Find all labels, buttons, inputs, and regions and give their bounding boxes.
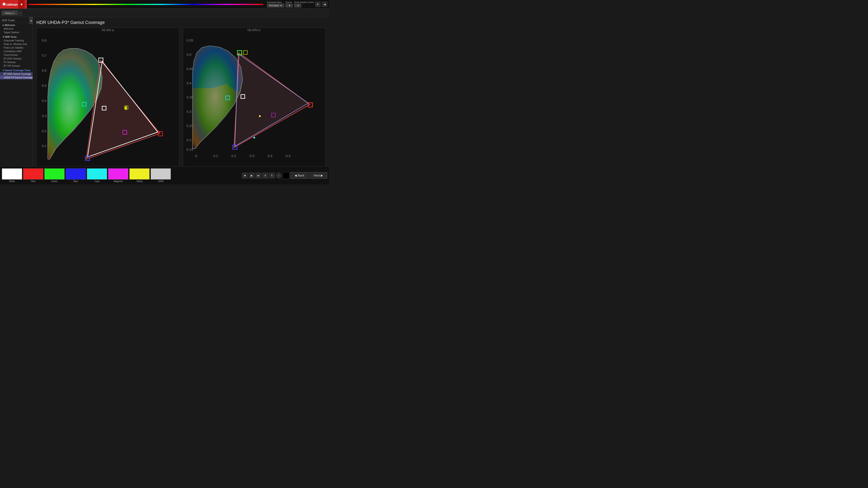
sidebar-item-target-options[interactable]: Target Options	[0, 31, 33, 34]
swatch-green[interactable]: Green	[44, 168, 65, 183]
swatch-label-yellow: Yellow	[136, 180, 143, 183]
collapse-icon[interactable]: ◀	[322, 2, 327, 7]
swatch-magenta[interactable]: Magenta	[108, 168, 128, 183]
back-arrow-icon: ◀	[294, 174, 297, 177]
back-button[interactable]: ◀ Back	[290, 172, 309, 179]
swatch-white[interactable]: White	[2, 168, 22, 183]
svg-text:0.5: 0.5	[135, 166, 140, 166]
cie1931-chart: CIE 1931 xy 0.8 0.7 0.6 0.5 0.4 0.3 0.2 …	[36, 28, 179, 166]
svg-text:0.5: 0.5	[186, 53, 191, 57]
svg-text:0.4: 0.4	[186, 81, 191, 85]
sidebar-item-peak-lum[interactable]: Peak Lum Stability	[0, 46, 33, 50]
swatch-box-yellow	[129, 168, 150, 180]
settings-icon[interactable]: ⚙	[315, 2, 320, 7]
swatch-cyan[interactable]: Cyan	[87, 168, 107, 183]
display-control-label: Direct Display Control	[294, 1, 314, 3]
swatch-box-green	[44, 168, 65, 180]
top-bar: ✱ calman ▼ Simulated Meter Simulated ▼ S…	[0, 0, 329, 9]
swatch-yellow[interactable]: Yellow	[129, 168, 150, 183]
sidebar-section-gamut: ▾ Gamut Coverage Tests BT.2020 Gamut Cov…	[0, 68, 33, 80]
svg-text:0.55: 0.55	[186, 38, 193, 42]
sidebar-item-colorchecker[interactable]: ColorChecker	[0, 53, 33, 57]
swatch-label-magenta: Magenta	[114, 180, 123, 183]
cie1931-svg: 0.8 0.7 0.6 0.5 0.4 0.3 0.2 0.1 0 0.1 0.…	[37, 32, 179, 166]
svg-text:0: 0	[50, 166, 51, 166]
svg-text:0.4: 0.4	[268, 154, 272, 158]
page-title: HDR UHDA-P3* Gamut Coverage	[36, 20, 326, 25]
svg-text:0.3: 0.3	[100, 166, 105, 166]
sidebar-item-bt2020-sweeps[interactable]: BT.2020 Sweeps	[0, 57, 33, 60]
swatch-label-white: White	[9, 180, 15, 183]
swatch-box-red	[23, 168, 43, 180]
swatch-label-blue: Blue	[73, 180, 78, 183]
content-area: HDR UHDA-P3* Gamut Coverage CIE 1931 xy …	[33, 17, 329, 166]
history-tab[interactable]: History 1	[2, 11, 18, 15]
source-label: Source	[285, 1, 292, 3]
swatch-red[interactable]: Red	[23, 168, 43, 183]
sidebar-item-grayscale[interactable]: Grayscale Tracking	[0, 39, 33, 42]
svg-text:0.8: 0.8	[42, 38, 46, 42]
sidebar-toggle[interactable]: ◀	[29, 17, 33, 24]
app-title: calman	[6, 2, 18, 6]
source-dropdown[interactable]: ▼	[285, 4, 293, 7]
sidebar-group-welcome[interactable]: ▸ Welcome	[0, 23, 33, 27]
svg-text:0.4: 0.4	[42, 99, 47, 103]
top-right-controls: Simulated Meter Simulated ▼ Source ▼ Dir…	[265, 1, 329, 7]
svg-text:0.2: 0.2	[83, 166, 88, 166]
add-tab-button[interactable]: +	[18, 11, 22, 15]
skip-button[interactable]: ⏭	[255, 173, 261, 178]
cie1976-svg: 0.55 0.5 0.45 0.4 0.35 0.3 0.25 0.2 0.15…	[183, 32, 326, 161]
stop-button[interactable]: ■	[242, 173, 248, 178]
svg-text:0.7: 0.7	[169, 166, 174, 166]
swatch-label-cyan: Cyan	[94, 180, 99, 183]
swatch-blue[interactable]: Blue	[66, 168, 86, 183]
next-button[interactable]: Next ▶	[309, 172, 327, 179]
sidebar: HDR Toolkit ▸ Welcome Welcome Target Opt…	[0, 17, 33, 166]
play-button[interactable]: ▶	[249, 173, 254, 178]
cie1931-title: CIE 1931 xy	[37, 28, 179, 32]
sidebar-item-colormatch[interactable]: ColorMatch HDR	[0, 50, 33, 53]
svg-text:0.2: 0.2	[42, 129, 46, 133]
display-control-dropdown[interactable]: ▼	[294, 4, 301, 7]
sidebar-section-hdr-tests: ▾ HDR Tests Grayscale Tracking Peak vs. …	[0, 35, 33, 68]
svg-text:0.2: 0.2	[231, 154, 236, 158]
svg-text:0.1: 0.1	[42, 144, 46, 148]
sidebar-item-bt2020-gamut[interactable]: BT.2020 Gamut Coverage	[0, 72, 33, 76]
cie1976-chart: CIE 1976 u'v' 0.55 0.5 0.45 0.4 0.35 0.3…	[183, 28, 326, 166]
swatch-100w[interactable]: 100W	[151, 168, 171, 183]
svg-text:0.1: 0.1	[213, 154, 218, 158]
swatch-label-green: Green	[51, 180, 58, 183]
sidebar-item-welcome[interactable]: Welcome	[0, 27, 33, 31]
meter-dropdown[interactable]: Simulated ▼	[267, 4, 284, 7]
svg-text:0.15: 0.15	[186, 148, 193, 151]
sidebar-group-gamut[interactable]: ▾ Gamut Coverage Tests	[0, 68, 33, 72]
history-tab-row: History 1 +	[0, 9, 329, 17]
main-layout: ◀ HDR Toolkit ▸ Welcome Welcome Target O…	[0, 17, 329, 166]
bottom-bar: White Red Green Blue Cyan Magenta Yellow…	[0, 166, 329, 184]
swatch-box-magenta	[108, 168, 128, 180]
svg-text:0.6: 0.6	[152, 166, 157, 166]
circle-button[interactable]: ○	[276, 173, 282, 178]
meter-label: Simulated Meter	[267, 1, 282, 3]
cie76-cyan-dot	[253, 137, 255, 139]
svg-text:0.4: 0.4	[118, 166, 123, 166]
loop-button[interactable]: ↺	[262, 173, 268, 178]
sidebar-item-peak-window[interactable]: Peak vs. Window Size	[0, 42, 33, 46]
progress-rainbow-bar	[29, 4, 264, 5]
logo-dropdown[interactable]: ▼	[18, 0, 25, 8]
bottom-controls: ■ ▶ ⏭ ↺ ↻ ○ ◀ Back Next ▶	[242, 172, 327, 179]
yellow-measured-dot	[125, 108, 127, 110]
svg-text:0.25: 0.25	[186, 124, 193, 128]
next-arrow-icon: ▶	[321, 174, 323, 177]
svg-text:0.3: 0.3	[186, 109, 191, 113]
svg-text:0.3: 0.3	[249, 154, 254, 158]
svg-text:0.35: 0.35	[186, 95, 193, 99]
sidebar-item-uhda-p3-gamut[interactable]: UHDA-P3 Gamut Coverage	[0, 76, 33, 79]
sidebar-group-hdr-tests[interactable]: ▾ HDR Tests	[0, 35, 33, 39]
refresh-button[interactable]: ↻	[269, 173, 275, 178]
sidebar-item-bt709-sweeps[interactable]: BT.709 Sweeps	[0, 64, 33, 68]
swatch-box-white	[2, 168, 22, 180]
sidebar-item-p3-sweeps[interactable]: P3 Sweeps	[0, 60, 33, 64]
svg-text:0.7: 0.7	[42, 54, 46, 57]
calman-logo[interactable]: ✱ calman ▼	[0, 0, 27, 8]
